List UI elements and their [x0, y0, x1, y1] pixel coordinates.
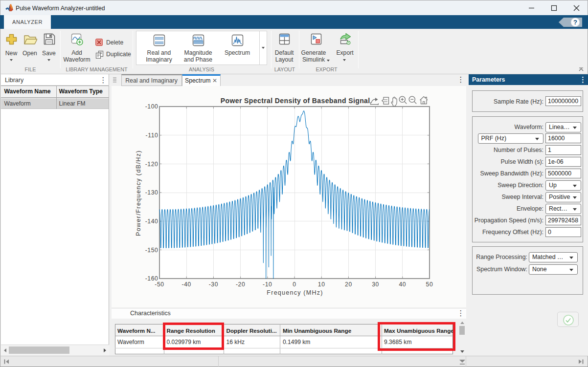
svg-text:?: ?: [573, 19, 577, 26]
